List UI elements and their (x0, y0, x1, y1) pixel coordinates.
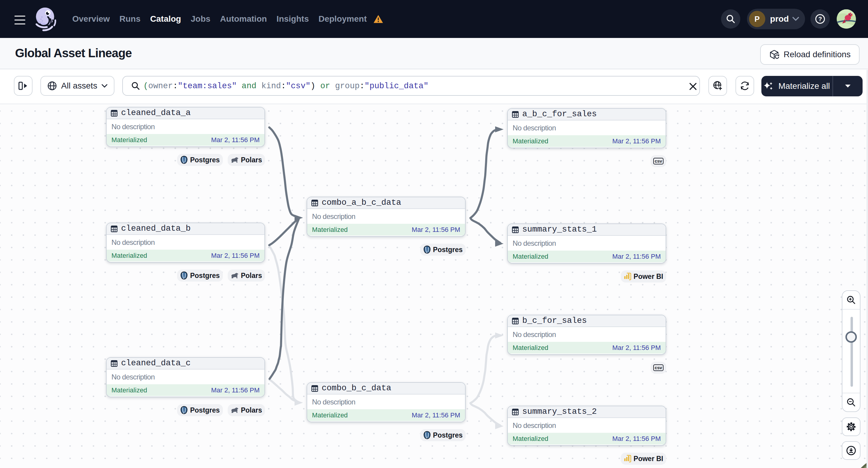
svg-text:?: ? (818, 15, 822, 22)
